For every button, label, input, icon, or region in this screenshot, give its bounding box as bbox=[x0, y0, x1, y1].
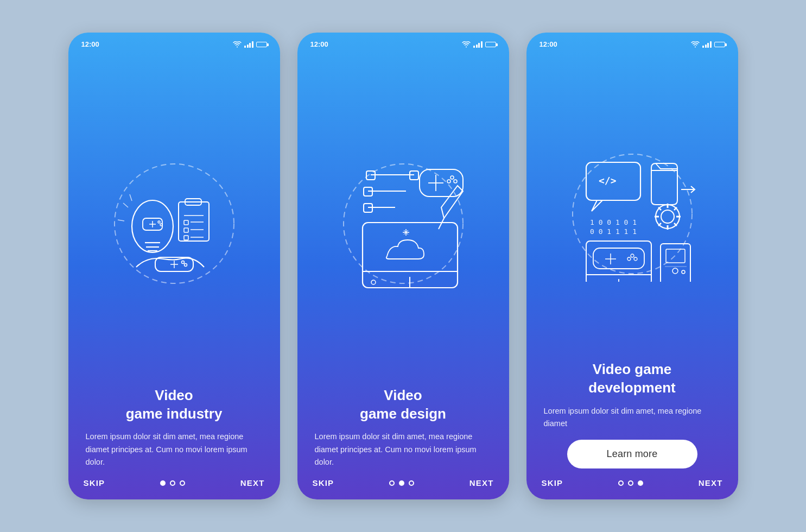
svg-point-27 bbox=[344, 164, 463, 283]
battery-icon bbox=[256, 42, 267, 47]
card-body-2: Lorem ipsum dolor sit dim amet, mea regi… bbox=[315, 430, 492, 468]
status-bar-1: 12:00 bbox=[68, 33, 280, 50]
wifi-icon bbox=[233, 41, 242, 48]
svg-point-80 bbox=[682, 270, 685, 274]
svg-rect-71 bbox=[593, 248, 644, 269]
status-icons-2 bbox=[462, 41, 496, 48]
svg-point-23 bbox=[184, 264, 187, 267]
svg-point-56 bbox=[661, 210, 674, 223]
text-area-2: Video game design Lorem ipsum dolor sit … bbox=[297, 381, 509, 468]
svg-point-8 bbox=[158, 221, 160, 223]
svg-text:1 0 0 1 0 1: 1 0 0 1 0 1 bbox=[590, 218, 637, 226]
phone-card-2: 12:00 bbox=[297, 33, 509, 499]
learn-more-button[interactable]: Learn more bbox=[567, 440, 697, 468]
status-bar-2: 12:00 bbox=[297, 33, 509, 50]
skip-button-3[interactable]: SKIP bbox=[542, 478, 563, 487]
skip-button-1[interactable]: SKIP bbox=[84, 478, 105, 487]
svg-rect-78 bbox=[666, 249, 685, 263]
dot-3-1 bbox=[618, 480, 624, 486]
card-title-3: Video game development bbox=[544, 360, 721, 397]
dots-3 bbox=[618, 480, 643, 486]
next-button-1[interactable]: NEXT bbox=[240, 478, 265, 487]
svg-point-9 bbox=[160, 224, 162, 226]
bottom-nav-1: SKIP NEXT bbox=[68, 468, 280, 499]
illustration-1 bbox=[68, 50, 280, 381]
svg-text:</>: </> bbox=[599, 175, 617, 186]
svg-rect-13 bbox=[184, 220, 188, 225]
wifi-icon-2 bbox=[462, 41, 471, 48]
time-1: 12:00 bbox=[81, 40, 99, 48]
svg-line-24 bbox=[123, 203, 128, 207]
svg-rect-15 bbox=[184, 228, 188, 232]
svg-point-76 bbox=[627, 257, 631, 261]
dots-2 bbox=[389, 480, 414, 486]
svg-line-64 bbox=[658, 223, 661, 226]
dot-3-3 bbox=[638, 480, 643, 486]
svg-point-46 bbox=[371, 280, 376, 284]
svg-point-22 bbox=[181, 261, 184, 264]
illustration-3: </> 1 0 0 1 0 1 0 0 1 1 1 1 bbox=[526, 50, 738, 355]
bottom-nav-2: SKIP NEXT bbox=[297, 468, 509, 499]
status-bar-3: 12:00 bbox=[526, 33, 738, 50]
svg-rect-10 bbox=[179, 202, 209, 241]
skip-button-2[interactable]: SKIP bbox=[313, 478, 334, 487]
svg-line-41 bbox=[439, 218, 444, 229]
text-area-3: Video game development Lorem ipsum dolor… bbox=[526, 355, 738, 468]
time-2: 12:00 bbox=[310, 40, 328, 48]
svg-point-79 bbox=[672, 268, 678, 274]
dot-1-3 bbox=[180, 480, 185, 486]
illustration-2 bbox=[297, 50, 509, 381]
svg-line-26 bbox=[130, 194, 132, 201]
svg-text:0 0 1 1 1 1: 0 0 1 1 1 1 bbox=[590, 227, 637, 236]
next-button-3[interactable]: NEXT bbox=[699, 478, 723, 487]
svg-point-39 bbox=[454, 180, 457, 183]
dot-2-2 bbox=[399, 480, 404, 486]
dot-2-1 bbox=[389, 480, 395, 486]
time-3: 12:00 bbox=[540, 40, 557, 48]
signal-icon-2 bbox=[473, 41, 483, 48]
svg-rect-17 bbox=[184, 236, 188, 240]
svg-point-40 bbox=[447, 180, 450, 183]
phone-card-3: 12:00 </> bbox=[526, 33, 738, 499]
svg-point-38 bbox=[450, 176, 454, 179]
card-body-1: Lorem ipsum dolor sit dim amet, mea regi… bbox=[86, 430, 263, 468]
next-button-2[interactable]: NEXT bbox=[469, 478, 494, 487]
battery-icon-3 bbox=[714, 42, 725, 47]
wifi-icon-3 bbox=[691, 41, 700, 48]
svg-line-63 bbox=[674, 207, 677, 210]
signal-icon bbox=[244, 41, 253, 48]
status-icons-3 bbox=[691, 41, 725, 48]
phone-card-1: 12:00 bbox=[68, 33, 280, 499]
svg-line-62 bbox=[674, 223, 677, 226]
svg-line-25 bbox=[118, 220, 124, 221]
bottom-nav-3: SKIP NEXT bbox=[526, 468, 738, 499]
battery-icon-2 bbox=[485, 42, 496, 47]
dot-2-3 bbox=[409, 480, 414, 486]
svg-point-74 bbox=[631, 254, 634, 257]
card-body-3: Lorem ipsum dolor sit dim amet, mea regi… bbox=[544, 405, 721, 430]
text-area-1: Video game industry Lorem ipsum dolor si… bbox=[68, 381, 280, 468]
dots-1 bbox=[160, 480, 185, 486]
svg-point-75 bbox=[634, 257, 637, 261]
dot-3-2 bbox=[628, 480, 633, 486]
status-icons-1 bbox=[233, 41, 267, 48]
dot-1-2 bbox=[170, 480, 175, 486]
card-title-1: Video game industry bbox=[86, 387, 263, 423]
signal-icon-3 bbox=[702, 41, 712, 48]
svg-line-61 bbox=[658, 207, 661, 210]
dot-1-1 bbox=[160, 480, 166, 486]
card-title-2: Video game design bbox=[315, 387, 492, 423]
